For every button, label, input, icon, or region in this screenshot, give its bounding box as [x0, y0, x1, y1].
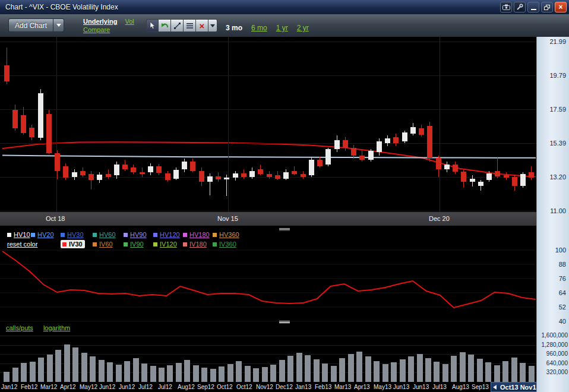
legend-item-HV60[interactable]: HV60	[93, 230, 116, 239]
legend-item-HV120[interactable]: HV120	[153, 230, 180, 239]
candlestick	[292, 171, 297, 174]
price-axis-strip[interactable]: 21.9919.7917.5915.3913.2011.001008876645…	[536, 37, 569, 392]
add-chart-dropdown[interactable]	[53, 18, 64, 32]
volume-chart-panel[interactable]	[0, 331, 536, 382]
candlestick	[241, 173, 246, 178]
underlying-link[interactable]: Underlying	[83, 18, 117, 25]
legend-item-IV90[interactable]: IV90	[124, 240, 144, 248]
delete-tool-button[interactable]: ×	[196, 19, 208, 32]
legend-item-HV180[interactable]: HV180	[183, 230, 210, 239]
tools-dropdown-button[interactable]	[208, 19, 217, 32]
iv-chart-panel[interactable]	[0, 248, 536, 324]
volume-bar	[124, 361, 130, 382]
volume-bar	[219, 366, 225, 382]
draw-line-tool-button[interactable]	[171, 19, 184, 32]
title-bar[interactable]: Chart - ^VIX - CBOE Volatility Index	[0, 0, 569, 14]
volume-bar	[116, 365, 122, 382]
timeline-tick: Apr13	[354, 384, 370, 390]
legend-item-HV20[interactable]: HV20	[31, 230, 54, 239]
scroll-left-button[interactable]	[491, 382, 498, 391]
volume-bar	[383, 364, 388, 382]
legend-item-HV360[interactable]: HV360	[213, 230, 239, 239]
cursor-tool-button[interactable]	[146, 19, 159, 32]
volume-bar	[494, 365, 500, 382]
snapshot-button[interactable]	[500, 2, 512, 12]
close-button[interactable]: ×	[555, 2, 567, 12]
compare-link[interactable]: Compare	[83, 26, 110, 33]
volume-bar	[442, 364, 448, 382]
axis-tick-label: 88	[559, 261, 566, 268]
series-swatch-icon	[93, 242, 97, 246]
range-link-6mo[interactable]: 6 mo	[251, 24, 267, 32]
axis-tick-label: 1,280,000	[542, 342, 568, 348]
candlestick	[470, 179, 475, 182]
candlestick	[233, 173, 238, 178]
calls-puts-link[interactable]: calls/puts	[6, 324, 33, 331]
range-link-2yr[interactable]: 2 yr	[297, 24, 309, 32]
axis-tick-label: 19.79	[549, 72, 566, 79]
legend-item-IV180[interactable]: IV180	[183, 240, 207, 248]
legend-item-IV60[interactable]: IV60	[93, 240, 113, 248]
series-swatch-icon	[124, 233, 128, 237]
candlestick	[207, 176, 213, 182]
chart-window: Chart - ^VIX - CBOE Volatility Index	[0, 0, 569, 392]
volume-bar	[391, 362, 397, 382]
undo-icon	[161, 23, 169, 29]
timeline-tick: Jun13	[413, 384, 429, 390]
range-link-3mo[interactable]: 3 mo	[226, 24, 242, 32]
volume-bar	[193, 365, 199, 382]
legend-label: HV180	[189, 231, 210, 238]
axis-tick-label: 960,000	[546, 350, 568, 357]
legend-item-HV10[interactable]: HV10	[7, 230, 30, 239]
candlestick	[410, 127, 416, 134]
candlestick	[12, 110, 18, 128]
candlestick	[97, 175, 102, 180]
wrench-icon	[516, 4, 523, 11]
price-chart-panel[interactable]	[0, 37, 536, 212]
window-title: Chart - ^VIX - CBOE Volatility Index	[0, 3, 118, 11]
legend-item-IV30[interactable]: IV30	[61, 240, 85, 248]
candlestick	[88, 174, 94, 180]
add-chart-button[interactable]: Add Chart	[8, 18, 64, 32]
settings-button[interactable]	[514, 2, 526, 12]
timeline-tick: Feb12	[21, 384, 37, 390]
legend-label: HV30	[67, 231, 84, 238]
studies-tool-button[interactable]	[184, 19, 196, 32]
candlestick	[38, 93, 43, 138]
legend-item-IV360[interactable]: IV360	[213, 240, 236, 248]
legend-label: IV60	[99, 241, 113, 248]
volume-bar	[356, 352, 362, 382]
candlestick	[385, 138, 390, 143]
logarithm-link[interactable]: logarithm	[43, 324, 70, 331]
timeline-tick: Nov12	[256, 384, 273, 390]
panel-splitter-bottom[interactable]	[279, 321, 290, 324]
price-gridline	[0, 143, 536, 144]
volume-bar	[253, 368, 259, 382]
camera-icon	[502, 4, 510, 10]
candlestick	[309, 160, 314, 175]
volume-bar	[55, 350, 61, 382]
volume-bar	[38, 358, 44, 382]
legend-item-HV90[interactable]: HV90	[124, 230, 147, 239]
legend-label: HV90	[130, 231, 147, 238]
volume-gridline	[0, 354, 536, 355]
candlestick	[495, 171, 500, 176]
vol-link[interactable]: Vol	[125, 18, 134, 25]
timeline-tick: Jan12	[1, 384, 17, 390]
price-gridline	[0, 42, 536, 42]
timeline-tick: Feb13	[315, 384, 331, 390]
volume-bar	[236, 361, 242, 382]
maximize-button[interactable]	[541, 2, 553, 12]
candlestick	[267, 174, 272, 177]
series-swatch-icon	[213, 242, 217, 246]
legend-item-HV30[interactable]: HV30	[61, 230, 84, 239]
legend-item-IV120[interactable]: IV120	[153, 240, 177, 248]
range-link-1yr[interactable]: 1 yr	[276, 24, 288, 32]
candlestick	[148, 166, 153, 172]
volume-bar	[47, 355, 53, 382]
reset-color-link[interactable]: reset color	[7, 240, 37, 248]
candlestick	[283, 172, 289, 178]
volume-bar	[64, 344, 70, 382]
minimize-button[interactable]	[527, 2, 539, 12]
undo-tool-button[interactable]	[159, 19, 171, 32]
